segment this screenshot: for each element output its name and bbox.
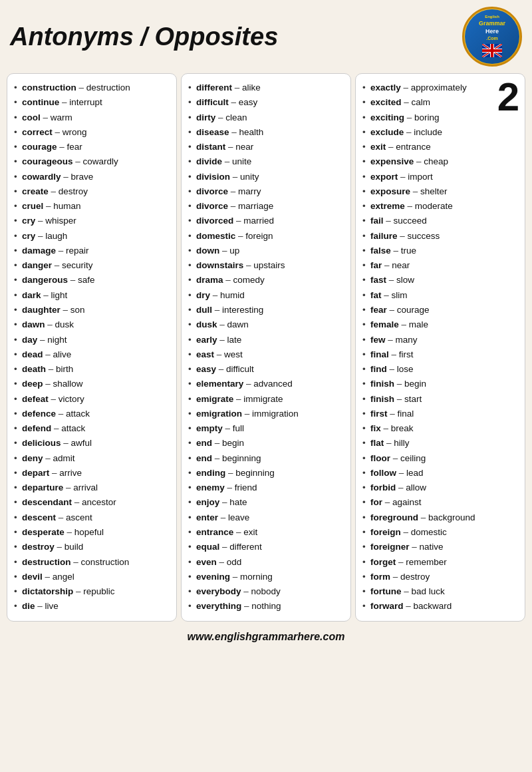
list-item: exclude – include [361,125,495,140]
word: foreground [370,512,418,522]
page-title: Antonyms / Opposites [10,23,278,51]
word: east [196,349,214,359]
opposite: republic [83,586,114,596]
dash: – [216,364,226,374]
word: equal [196,542,219,552]
dash: – [55,542,65,552]
word: dawn [22,319,45,329]
footer: www.englishgrammarhere.com [7,627,525,646]
dash: – [76,83,86,93]
list-item: defend – attack [13,421,171,436]
opposite: nothing [251,601,281,611]
word: floor [370,453,390,463]
dash: – [63,482,73,492]
opposite: foreign [245,231,273,241]
dash: – [242,409,252,419]
dash: – [35,601,45,611]
dash: – [390,453,400,463]
opposite: admit [53,453,75,463]
opposite: immigrate [243,394,283,404]
list-item: find – lose [361,362,495,377]
dash: – [389,349,399,359]
list-item: fear – courage [361,303,495,317]
opposite: import [408,172,433,182]
list-item: fast – slow [361,273,495,288]
list-item: devil – angel [13,570,171,584]
list-item: fail – succeed [361,214,495,228]
word: emigration [196,409,242,419]
word: final [370,349,389,359]
opposite: whisper [45,216,76,226]
word: departure [22,482,63,492]
list-item: everything – nothing [187,599,345,614]
list-item: disease – health [187,125,345,140]
opposite: immigration [252,409,299,419]
opposite: arrival [73,482,98,492]
list-item: difficult – easy [187,95,345,110]
list-item: enjoy – hate [187,495,345,510]
list-item: correct – wrong [13,125,171,140]
dash: – [217,335,227,345]
word: expensive [370,156,414,166]
word: for [370,497,382,507]
opposite: unite [232,156,251,166]
word: fast [370,275,386,285]
opposite: angel [53,572,74,582]
opposite: begin [222,438,244,448]
list-item: fat – slim [361,288,495,303]
word: exposure [370,186,410,196]
word: deep [22,379,43,389]
word: dictatorship [22,586,73,596]
dash: – [386,335,396,345]
word: damage [22,246,56,256]
dash: – [386,142,396,152]
list-item: cruel – human [13,199,171,214]
opposite: fear [67,142,82,152]
list-item: forward – backward [361,599,495,614]
opposite: advanced [253,379,293,389]
word: flat [370,438,384,448]
opposite: destruction [86,83,130,93]
opposite: cheap [424,156,448,166]
dash: – [73,586,83,596]
list-item: for – against [361,495,495,510]
word: defend [22,423,51,433]
word: enemy [196,482,225,492]
list-item: dead – alive [13,347,171,362]
list-item: first – final [361,407,495,421]
word: evening [196,572,230,582]
word: difficult [196,97,229,107]
word: find [370,364,387,374]
list-item: depart – arrive [13,466,171,481]
list-item: divorce – marriage [187,199,345,214]
dash: – [49,394,59,404]
logo-inner: English Grammar Here .Com [465,9,519,64]
word: forget [370,557,396,567]
dash: – [235,231,245,241]
dash: – [398,172,408,182]
opposite: final [398,409,414,419]
word: form [370,572,390,582]
opposite: beginning [222,453,261,463]
word: far [370,260,382,270]
opposite: difficult [226,364,254,374]
list-item: dusk – dawn [187,317,345,332]
dash: – [387,364,397,374]
word: fail [370,216,384,226]
opposite: shelter [420,186,448,196]
opposite: male [409,319,428,329]
list-item: early – late [187,333,345,347]
dash: – [391,246,401,256]
dash: – [72,497,82,507]
opposite: human [53,201,80,211]
word: everything [196,601,241,611]
word: fix [370,423,381,433]
dash: – [56,246,66,256]
dash: – [61,172,71,182]
word: enter [196,512,218,522]
opposite: late [227,335,242,345]
opposite: entrance [396,142,431,152]
dash: – [404,601,414,611]
column-3: exactly – approximatelyexcited – calmexc… [355,73,525,622]
dash: – [68,275,78,285]
